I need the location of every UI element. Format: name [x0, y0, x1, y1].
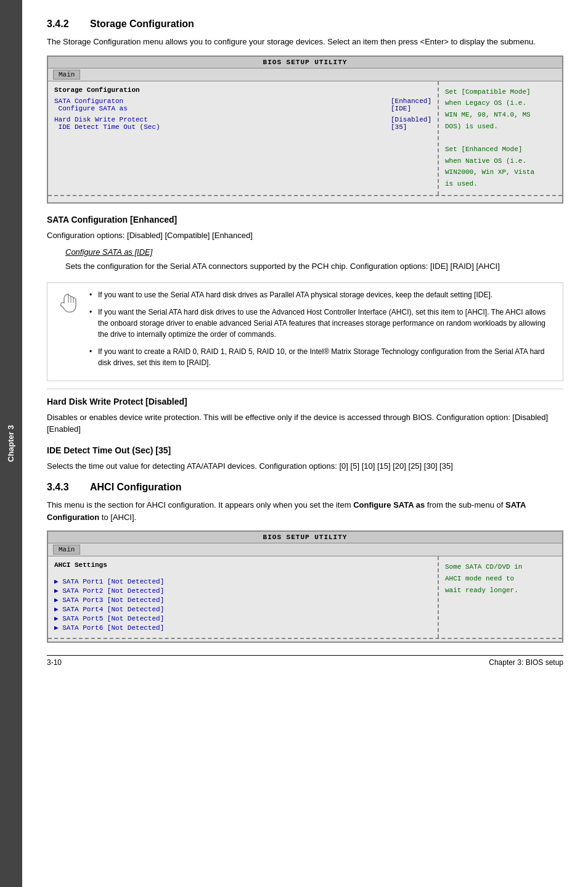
bios-right-text-1: Set [Compatible Mode] when Legacy OS (i.… [445, 86, 556, 190]
note-box: If you want to use the Serial ATA hard d… [47, 283, 563, 381]
note-list: If you want to use the Serial ATA hard d… [89, 289, 554, 368]
config-sata-desc: Sets the configuration for the Serial AT… [65, 260, 563, 273]
chapter-label: Chapter 3 [6, 425, 16, 462]
sata-port-4[interactable]: SATA Port4 [Not Detected] [54, 605, 431, 613]
section-343: 3.4.3 AHCI Configuration This menu is th… [47, 482, 563, 643]
page-footer: 3-10 Chapter 3: BIOS setup [47, 655, 563, 667]
sata-port-6[interactable]: SATA Port6 [Not Detected] [54, 624, 431, 632]
note-icon [56, 289, 81, 314]
section-343-intro: This menu is the section for AHCI config… [47, 499, 563, 523]
bios-content-1: Storage Configuration SATA Configuraton … [48, 81, 562, 195]
note-item-2: If you want the Serial ATA hard disk dri… [89, 307, 554, 340]
sata-port-1[interactable]: SATA Port1 [Not Detected] [54, 577, 431, 585]
hand-svg [56, 289, 81, 314]
bios-section-label-1: Storage Configuration [54, 86, 431, 94]
bios-harddisk-value: [Disabled][35] [391, 116, 431, 131]
section-343-intro-part2: from the sub-menu of [425, 500, 505, 510]
ide-detect-desc: Selects the time out value for detecting… [47, 460, 563, 472]
section-343-title: AHCI Configuration [90, 482, 181, 493]
section-343-intro-part3: to [AHCI]. [99, 513, 136, 522]
bios-content-2: AHCI Settings SATA Port1 [Not Detected] … [48, 556, 562, 638]
section-342-title: Storage Configuration [90, 19, 194, 30]
bios-section-label-2: AHCI Settings [54, 561, 431, 569]
bios-tab-row-2: Main [48, 543, 562, 556]
section-342-number: 3.4.2 [47, 19, 78, 30]
bios-sata-label: SATA Configuraton Configure SATA as [54, 97, 128, 112]
section-343-heading: 3.4.3 AHCI Configuration [47, 482, 563, 493]
divider-1 [47, 389, 563, 389]
hard-disk-desc: Disables or enables device write protect… [47, 411, 563, 435]
bios-right-2: Some SATA CD/DVD in AHCI mode need to wa… [439, 556, 562, 638]
sata-port-5[interactable]: SATA Port5 [Not Detected] [54, 614, 431, 622]
sata-config-heading: SATA Configuration [Enhanced] [47, 215, 563, 225]
bios-dashes-2 [48, 638, 562, 642]
section-342-intro: The Storage Configuration menu allows yo… [47, 36, 563, 48]
bios-dashes-1 [48, 195, 562, 202]
bios-item-harddisk: Hard Disk Write Protect IDE Detect Time … [54, 116, 431, 131]
note-content: If you want to use the Serial ATA hard d… [89, 289, 554, 374]
footer-chapter-ref: Chapter 3: BIOS setup [489, 658, 563, 667]
sata-port-2[interactable]: SATA Port2 [Not Detected] [54, 587, 431, 595]
section-343-intro-part1: This menu is the section for AHCI config… [47, 500, 353, 510]
section-343-bold1: Configure SATA as [353, 500, 425, 510]
bios-item-sata: SATA Configuraton Configure SATA as [Enh… [54, 97, 431, 112]
bios-sata-list: SATA Port1 [Not Detected] SATA Port2 [No… [54, 577, 431, 632]
bios-harddisk-label: Hard Disk Write Protect IDE Detect Time … [54, 116, 160, 131]
content-area: 3.4.2 Storage Configuration The Storage … [22, 0, 588, 887]
note-item-3: If you want to create a RAID 0, RAID 1, … [89, 346, 554, 368]
config-sata-link: Configure SATA as [IDE] [65, 247, 563, 257]
ide-detect-section: IDE Detect Time Out (Sec) [35] Selects t… [47, 445, 563, 472]
bios-tab-row-1: Main [48, 68, 562, 81]
bios-header-1: BIOS SETUP UTILITY [48, 57, 562, 68]
bios-box-1: BIOS SETUP UTILITY Main Storage Configur… [47, 56, 563, 204]
bios-right-1: Set [Compatible Mode] when Legacy OS (i.… [439, 81, 562, 195]
bios-right-text-2: Some SATA CD/DVD in AHCI mode need to wa… [445, 561, 556, 596]
section-343-number: 3.4.3 [47, 482, 78, 493]
bios-left-1: Storage Configuration SATA Configuraton … [48, 81, 439, 195]
sata-config-options: Configuration options: [Disabled] [Compa… [47, 229, 563, 242]
footer-page-number: 3-10 [47, 658, 62, 667]
sata-port-3[interactable]: SATA Port3 [Not Detected] [54, 596, 431, 604]
bios-left-2: AHCI Settings SATA Port1 [Not Detected] … [48, 556, 439, 638]
hard-disk-section: Hard Disk Write Protect [Disabled] Disab… [47, 397, 563, 435]
bios-header-2: BIOS SETUP UTILITY [48, 532, 562, 543]
bios-tab-main-2[interactable]: Main [53, 545, 80, 555]
sata-config-section: SATA Configuration [Enhanced] Configurat… [47, 215, 563, 273]
section-342: 3.4.2 Storage Configuration The Storage … [47, 19, 563, 472]
hard-disk-heading: Hard Disk Write Protect [Disabled] [47, 397, 563, 406]
section-342-heading: 3.4.2 Storage Configuration [47, 19, 563, 30]
bios-tab-main-1[interactable]: Main [53, 70, 80, 80]
note-item-1: If you want to use the Serial ATA hard d… [89, 289, 554, 300]
bios-sata-value: [Enhanced][IDE] [391, 97, 431, 112]
ide-detect-heading: IDE Detect Time Out (Sec) [35] [47, 445, 563, 455]
chapter-sidebar: Chapter 3 [0, 0, 22, 887]
bios-box-2: BIOS SETUP UTILITY Main AHCI Settings SA… [47, 530, 563, 643]
